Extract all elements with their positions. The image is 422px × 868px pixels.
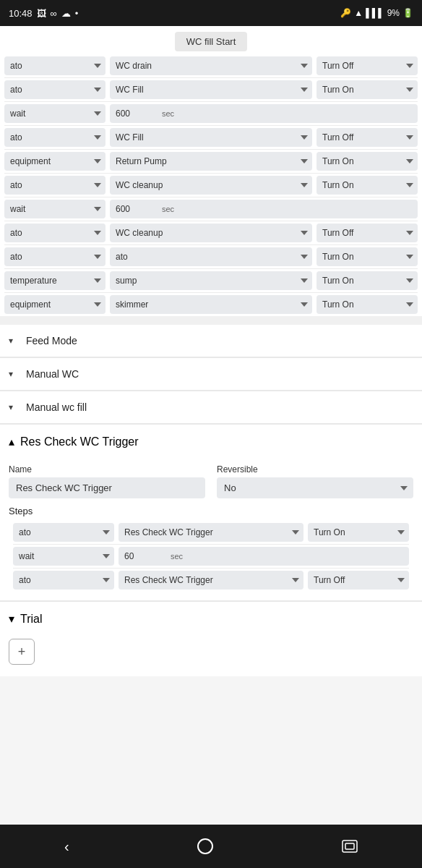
wc-fill-start-header: WC fill Start bbox=[0, 26, 422, 54]
wait-value-6: sec bbox=[110, 200, 418, 218]
table-row: equipment skimmer Turn OnTurn Off bbox=[0, 293, 422, 316]
bottom-nav: ‹ bbox=[0, 825, 422, 868]
col2-select-9[interactable]: sump bbox=[110, 271, 312, 290]
table-row: equipment Return Pump Turn OnTurn Off bbox=[0, 150, 422, 173]
section-title-feed-mode: Feed Mode bbox=[26, 335, 77, 346]
step2-col1[interactable]: ato bbox=[13, 571, 114, 590]
col1-select-10[interactable]: equipment bbox=[4, 295, 106, 314]
rows-container: atoequipmentwaittemperature WC drain Tur… bbox=[0, 54, 422, 316]
col2-select-0[interactable]: WC drain bbox=[110, 56, 312, 75]
table-row: atoequipmentwaittemperature WC drain Tur… bbox=[0, 54, 422, 77]
table-row: ato WC Fill Turn OnTurn Off bbox=[0, 78, 422, 101]
step0-col1[interactable]: ato bbox=[13, 523, 114, 542]
time: 10:48 bbox=[9, 8, 33, 19]
steps-rows-container: ato Res Check WC Trigger Turn OnTurn Off… bbox=[9, 521, 413, 592]
sec-label-6: sec bbox=[162, 205, 174, 213]
recent-button[interactable] bbox=[327, 833, 372, 860]
step1-sec-label: sec bbox=[171, 552, 183, 561]
col1-select-2[interactable]: wait bbox=[4, 104, 106, 123]
reversible-select[interactable]: No Yes bbox=[217, 477, 413, 498]
signal-icon: ▌▌▌ bbox=[366, 8, 384, 18]
col2-select-1[interactable]: WC Fill bbox=[110, 80, 312, 99]
col3-select-8[interactable]: Turn OnTurn Off bbox=[316, 247, 418, 266]
sec-label-2: sec bbox=[162, 109, 174, 118]
col2-select-8[interactable]: ato bbox=[110, 247, 312, 266]
name-label: Name bbox=[9, 464, 205, 475]
step-row-0: ato Res Check WC Trigger Turn OnTurn Off bbox=[9, 521, 413, 544]
section-title-manual-wc-fill: Manual wc fill bbox=[26, 401, 87, 413]
chevron-icon-feed-mode: ▾ bbox=[9, 336, 20, 346]
reversible-field: Reversible No Yes bbox=[217, 464, 413, 498]
col3-select-10[interactable]: Turn OnTurn Off bbox=[316, 295, 418, 314]
step1-col1[interactable]: wait bbox=[13, 547, 114, 566]
table-row: temperature sump Turn OnTurn Off bbox=[0, 269, 422, 292]
back-button[interactable]: ‹ bbox=[50, 831, 84, 862]
trial-body: + bbox=[0, 636, 422, 676]
trial-header[interactable]: ▾ Trial bbox=[0, 602, 422, 636]
col3-select-7[interactable]: Turn OffTurn On bbox=[316, 224, 418, 242]
status-left: 10:48 🖼 ∞ ☁ • bbox=[9, 8, 78, 19]
col2-select-7[interactable]: WC cleanup bbox=[110, 224, 312, 242]
trigger-section: ▴ Res Check WC Trigger Name Reversible N… bbox=[0, 425, 422, 600]
step2-col3[interactable]: Turn OffTurn On bbox=[308, 571, 409, 590]
name-input[interactable] bbox=[9, 477, 205, 498]
section-header-manual-wc[interactable]: ▾ Manual WC bbox=[0, 358, 422, 391]
section-title-manual-wc: Manual WC bbox=[26, 368, 79, 380]
chevron-icon-manual-wc: ▾ bbox=[9, 369, 20, 379]
table-row: wait sec bbox=[0, 197, 422, 221]
step1-wait-input[interactable] bbox=[124, 551, 168, 561]
col2-select-3[interactable]: WC Fill bbox=[110, 128, 312, 147]
chevron-icon-manual-wc-fill: ▾ bbox=[9, 402, 20, 412]
add-trial-button[interactable]: + bbox=[9, 639, 35, 665]
table-row: wait sec bbox=[0, 102, 422, 125]
trigger-header[interactable]: ▴ Res Check WC Trigger bbox=[0, 425, 422, 459]
wifi-icon: ▲ bbox=[354, 8, 363, 18]
col1-select-7[interactable]: ato bbox=[4, 224, 106, 242]
table-row: ato WC Fill Turn OffTurn On bbox=[0, 126, 422, 149]
col2-select-4[interactable]: Return Pump bbox=[110, 152, 312, 171]
col3-select-4[interactable]: Turn OnTurn Off bbox=[316, 152, 418, 171]
step0-col3[interactable]: Turn OnTurn Off bbox=[308, 523, 409, 542]
svg-rect-0 bbox=[198, 839, 212, 854]
steps-label: Steps bbox=[9, 506, 413, 516]
col1-select-3[interactable]: ato bbox=[4, 128, 106, 147]
col3-select-0[interactable]: Turn OffTurn On bbox=[316, 56, 418, 75]
battery: 9% bbox=[387, 8, 400, 18]
table-row: ato WC cleanup Turn OffTurn On bbox=[0, 221, 422, 244]
col3-select-1[interactable]: Turn OnTurn Off bbox=[316, 80, 418, 99]
wait-input-6[interactable] bbox=[116, 204, 159, 214]
battery-icon: 🔋 bbox=[402, 8, 413, 18]
step-row-1: wait sec bbox=[9, 545, 413, 568]
cloud-icon: ☁ bbox=[61, 8, 71, 19]
col1-select-0[interactable]: atoequipmentwaittemperature bbox=[4, 56, 106, 75]
trigger-body: Name Reversible No Yes Steps ato bbox=[0, 459, 422, 600]
main-content: WC fill Start atoequipmentwaittemperatur… bbox=[0, 26, 422, 825]
trigger-section-title: Res Check WC Trigger bbox=[20, 435, 139, 448]
table-row: ato WC cleanup Turn OnTurn Off bbox=[0, 174, 422, 197]
wc-fill-start-badge: WC fill Start bbox=[175, 32, 248, 51]
wait-input-2[interactable] bbox=[116, 109, 159, 119]
svg-rect-2 bbox=[345, 843, 354, 849]
svg-rect-1 bbox=[343, 841, 357, 852]
col2-select-10[interactable]: skimmer bbox=[110, 295, 312, 314]
trigger-form-row: Name Reversible No Yes bbox=[9, 464, 413, 498]
trial-title: Trial bbox=[20, 613, 43, 626]
home-button[interactable] bbox=[183, 831, 228, 861]
col1-select-8[interactable]: ato bbox=[4, 247, 106, 266]
col1-select-4[interactable]: equipment bbox=[4, 152, 106, 171]
section-header-feed-mode[interactable]: ▾ Feed Mode bbox=[0, 325, 422, 357]
col1-select-1[interactable]: ato bbox=[4, 80, 106, 99]
step-row-2: ato Res Check WC Trigger Turn OffTurn On bbox=[9, 569, 413, 592]
col3-select-3[interactable]: Turn OffTurn On bbox=[316, 128, 418, 147]
col1-select-6[interactable]: wait bbox=[4, 200, 106, 218]
step2-col2[interactable]: Res Check WC Trigger bbox=[119, 571, 303, 590]
col1-select-5[interactable]: ato bbox=[4, 176, 106, 195]
step0-col2[interactable]: Res Check WC Trigger bbox=[119, 523, 303, 542]
section-header-manual-wc-fill[interactable]: ▾ Manual wc fill bbox=[0, 391, 422, 424]
col3-select-9[interactable]: Turn OnTurn Off bbox=[316, 271, 418, 290]
dot-icon: • bbox=[75, 8, 79, 19]
col1-select-9[interactable]: temperature bbox=[4, 271, 106, 290]
key-icon: 🔑 bbox=[340, 8, 351, 18]
col3-select-5[interactable]: Turn OnTurn Off bbox=[316, 176, 418, 195]
col2-select-5[interactable]: WC cleanup bbox=[110, 176, 312, 195]
